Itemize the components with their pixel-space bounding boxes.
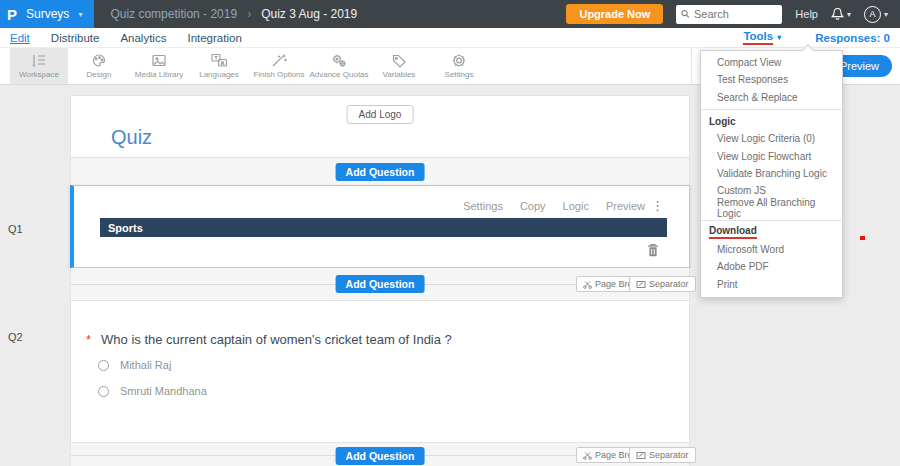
advance-quotas-icon bbox=[329, 53, 349, 68]
add-question-button-2[interactable]: Add Question bbox=[336, 275, 425, 293]
topbar-right-controls: Upgrade Now Help ▾ A ▾ bbox=[566, 4, 900, 24]
languages-icon bbox=[209, 53, 229, 68]
menu-section-download: Download bbox=[701, 224, 842, 241]
question-settings-link[interactable]: Settings bbox=[463, 200, 503, 212]
question-logic-link[interactable]: Logic bbox=[563, 200, 589, 212]
search-icon bbox=[681, 9, 690, 19]
menu-item-view-logic-flowchart[interactable]: View Logic Flowchart bbox=[701, 147, 842, 164]
separator-button-1[interactable]: Separator bbox=[629, 276, 696, 292]
nav-right: Tools ▾ Responses: 0 bbox=[743, 30, 890, 45]
question-heading-text: Sports bbox=[108, 222, 143, 234]
question-preview-link[interactable]: Preview bbox=[606, 200, 645, 212]
menu-item-view-logic-criteria[interactable]: View Logic Criteria (0) bbox=[701, 130, 842, 147]
add-question-button-3[interactable]: Add Question bbox=[336, 447, 425, 465]
survey-nav-bar: Edit Distribute Analytics Integration To… bbox=[0, 28, 900, 48]
tab-edit[interactable]: Edit bbox=[10, 32, 30, 44]
toolbar-tab-settings[interactable]: Settings bbox=[430, 48, 488, 84]
toolbar-tab-design[interactable]: Design bbox=[70, 48, 128, 84]
menu-item-print[interactable]: Print bbox=[701, 276, 842, 293]
tab-integration[interactable]: Integration bbox=[187, 32, 241, 44]
question-text-row: * Who is the current captain of women's … bbox=[86, 332, 452, 347]
toolbar-tab-variables[interactable]: Variables bbox=[370, 48, 428, 84]
question-number-q1: Q1 bbox=[8, 223, 23, 235]
tools-label: Tools bbox=[743, 30, 773, 45]
menu-item-search-replace[interactable]: Search & Replace bbox=[701, 89, 842, 106]
surveys-label: Surveys bbox=[26, 7, 69, 21]
question-text[interactable]: Who is the current captain of women's cr… bbox=[101, 332, 452, 347]
tools-dropdown-button[interactable]: Tools ▾ bbox=[743, 30, 781, 45]
survey-builder-app: P Surveys ▾ Quiz competition - 2019 › Qu… bbox=[0, 0, 900, 466]
divider bbox=[701, 109, 842, 110]
scissors-icon bbox=[583, 280, 592, 289]
surveys-caret-icon: ▾ bbox=[78, 10, 82, 19]
breadcrumb: Quiz competition - 2019 › Quiz 3 Aug - 2… bbox=[110, 7, 357, 21]
tab-distribute[interactable]: Distribute bbox=[51, 32, 100, 44]
add-question-button-1[interactable]: Add Question bbox=[336, 163, 425, 181]
insert-band-1: Add Question bbox=[70, 158, 690, 185]
menu-item-remove-all-branching-logic[interactable]: Remove All Branching Logic bbox=[701, 199, 842, 216]
top-bar: P Surveys ▾ Quiz competition - 2019 › Qu… bbox=[0, 0, 900, 28]
kebab-menu-icon[interactable]: ⋮ bbox=[651, 198, 664, 213]
questionpro-logo: P bbox=[7, 6, 17, 23]
answer-option-2[interactable]: Smruti Mandhana bbox=[98, 385, 207, 397]
separator-icon bbox=[636, 451, 646, 460]
surveys-menu-button[interactable]: P Surveys ▾ bbox=[0, 0, 94, 28]
radio-button[interactable] bbox=[98, 386, 109, 397]
tab-analytics[interactable]: Analytics bbox=[120, 32, 166, 44]
global-search[interactable] bbox=[676, 5, 782, 24]
add-logo-button[interactable]: Add Logo bbox=[347, 105, 414, 124]
responses-count[interactable]: Responses: 0 bbox=[815, 32, 890, 44]
red-dot-annotation bbox=[860, 236, 865, 240]
variables-icon bbox=[389, 53, 409, 68]
question-actions: Settings Copy Logic Preview bbox=[463, 200, 645, 212]
insert-band-2: Add Question Page Break Separator bbox=[70, 268, 690, 300]
tools-caret-icon: ▾ bbox=[777, 33, 781, 42]
toolbar-tab-media-library[interactable]: Media Library bbox=[130, 48, 188, 84]
divider bbox=[701, 220, 842, 221]
finish-options-icon bbox=[269, 53, 289, 68]
insert-band-3: Add Question Page Break Separator bbox=[70, 443, 690, 466]
question-number-q2: Q2 bbox=[8, 331, 23, 343]
search-input[interactable] bbox=[694, 8, 777, 20]
toolbar-tab-languages[interactable]: Languages bbox=[190, 48, 248, 84]
delete-question-button[interactable] bbox=[647, 243, 659, 261]
menu-item-adobe-pdf[interactable]: Adobe PDF bbox=[701, 258, 842, 275]
avatar: A bbox=[864, 6, 881, 23]
trash-icon bbox=[647, 243, 659, 257]
notifications-button[interactable]: ▾ bbox=[831, 7, 851, 21]
nav-tabs: Edit Distribute Analytics Integration bbox=[10, 32, 242, 44]
survey-header-card: Add Logo Quiz bbox=[70, 95, 690, 158]
bell-caret-icon: ▾ bbox=[847, 10, 851, 19]
avatar-caret-icon: ▾ bbox=[884, 10, 888, 19]
menu-item-microsoft-word[interactable]: Microsoft Word bbox=[701, 241, 842, 258]
upgrade-now-button[interactable]: Upgrade Now bbox=[566, 4, 663, 24]
question-copy-link[interactable]: Copy bbox=[520, 200, 546, 212]
scissors-icon bbox=[583, 451, 592, 460]
survey-title[interactable]: Quiz bbox=[111, 126, 152, 149]
toolbar-tab-workspace[interactable]: Workspace bbox=[10, 48, 68, 84]
toolbar-tab-finish-options[interactable]: Finish Options bbox=[250, 48, 308, 84]
separator-icon bbox=[636, 280, 646, 289]
radio-button[interactable] bbox=[98, 360, 109, 371]
breadcrumb-survey-group[interactable]: Quiz competition - 2019 bbox=[110, 7, 237, 21]
menu-section-logic: Logic bbox=[701, 113, 842, 130]
help-link[interactable]: Help bbox=[795, 8, 818, 20]
breadcrumb-separator-icon: › bbox=[247, 7, 251, 21]
question-card-q2[interactable]: * Who is the current captain of women's … bbox=[70, 300, 690, 443]
question-card-q1[interactable]: Settings Copy Logic Preview ⋮ Sports bbox=[70, 185, 690, 268]
menu-item-test-responses[interactable]: Test Responses bbox=[701, 71, 842, 88]
workspace-icon bbox=[29, 53, 49, 68]
media-library-icon bbox=[149, 53, 169, 68]
bell-icon bbox=[831, 7, 844, 21]
required-asterisk: * bbox=[86, 332, 91, 347]
menu-item-compact-view[interactable]: Compact View bbox=[701, 54, 842, 71]
answer-option-1[interactable]: Mithali Raj bbox=[98, 359, 171, 371]
breadcrumb-survey-name[interactable]: Quiz 3 Aug - 2019 bbox=[261, 7, 357, 21]
account-menu-button[interactable]: A ▾ bbox=[864, 6, 888, 23]
toolbar-tab-advance-quotas[interactable]: Advance Quotas bbox=[310, 48, 368, 84]
separator-button-2[interactable]: Separator bbox=[629, 447, 696, 463]
menu-item-validate-branching-logic[interactable]: Validate Branching Logic bbox=[701, 165, 842, 182]
design-icon bbox=[89, 53, 109, 68]
settings-icon bbox=[449, 53, 469, 68]
question-heading-bar[interactable]: Sports bbox=[100, 218, 667, 237]
